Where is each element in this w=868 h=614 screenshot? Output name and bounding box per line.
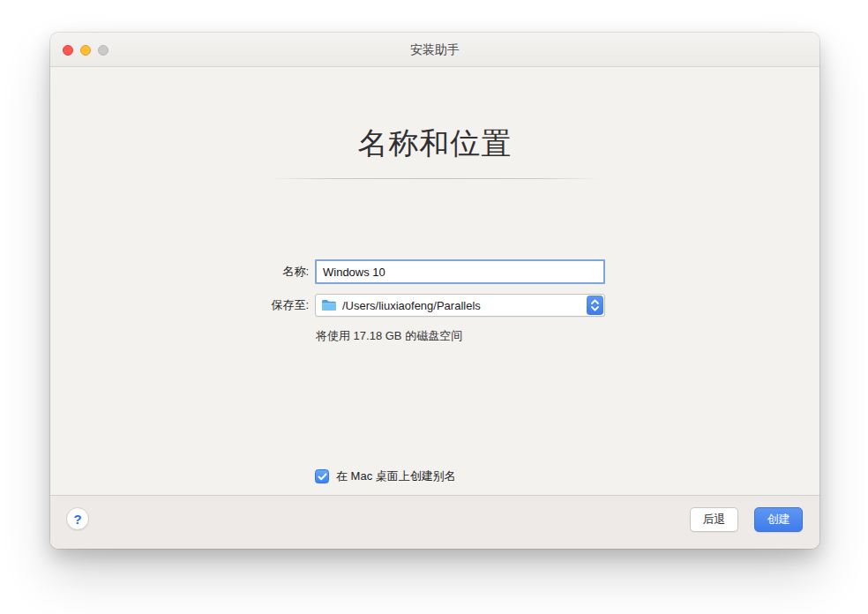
page-title: 名称和位置 [50,124,819,164]
location-value: /Users/liuxiaofeng/Parallels [342,299,587,312]
create-alias-label: 在 Mac 桌面上创建别名 [336,468,456,484]
back-button[interactable]: 后退 [690,507,738,532]
help-icon: ? [73,512,81,527]
window-titlebar: 安装助手 [50,33,819,67]
installation-assistant-window: 安装助手 名称和位置 名称: 保存至: /Users/liuxiaofeng/P… [50,33,819,549]
footer-bar: ? 后退 创建 [50,495,819,549]
name-label: 名称: [50,259,309,284]
location-label: 保存至: [50,294,309,317]
popup-stepper-icon [587,296,603,315]
location-popup-button[interactable]: /Users/liuxiaofeng/Parallels [315,294,605,317]
create-alias-row: 在 Mac 桌面上创建别名 [315,468,456,484]
help-button[interactable]: ? [66,507,89,530]
window-title: 安装助手 [50,33,819,67]
folder-icon [321,299,337,311]
disk-usage-note: 将使用 17.18 GB 的磁盘空间 [316,328,462,344]
checkmark-icon [318,473,327,481]
vm-name-input[interactable] [315,259,605,284]
create-alias-checkbox[interactable] [315,469,329,483]
create-button[interactable]: 创建 [754,507,803,532]
content-area: 名称和位置 名称: 保存至: /Users/liuxiaofeng/Parall… [50,67,819,495]
screen-background: 安装助手 名称和位置 名称: 保存至: /Users/liuxiaofeng/P… [0,0,868,614]
heading-divider [269,178,601,179]
